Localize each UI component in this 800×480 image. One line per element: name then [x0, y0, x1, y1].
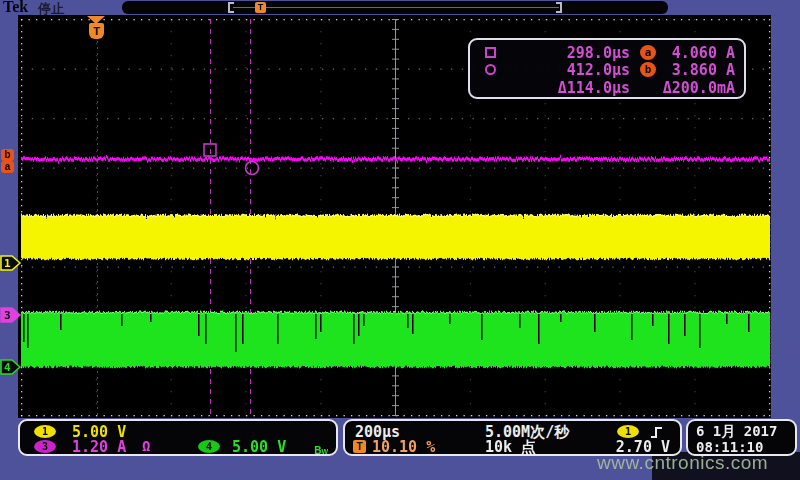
channel4-scale: 5.00 V: [232, 438, 286, 456]
channel-scales-panel: 1 5.00 V 3 1.20 A Ω 4 5.00 V BW: [18, 419, 338, 456]
watermark-text: www.cntronics.com: [597, 452, 768, 474]
trigger-position-icon: T: [353, 440, 366, 453]
svg-text:4: 4: [4, 361, 11, 374]
channel3-position-marker: 3: [0, 307, 22, 323]
cursor-a-square-icon: [485, 47, 496, 58]
cursor-b-value: 3.860 A: [631, 61, 735, 77]
trigger-position-percent: 10.10 %: [372, 438, 435, 456]
acquisition-status: 停止: [38, 0, 64, 18]
trigger-position-marker: T: [89, 23, 104, 39]
brand-logo: Tek: [3, 0, 28, 16]
channel1-badge: 1: [34, 425, 56, 438]
svg-text:3: 3: [4, 309, 11, 322]
cursor-delta-value: Δ200.0mA: [631, 79, 735, 95]
horizontal-trigger-panel: 200µs 5.00M次/秒 1 T 10.10 % 10k 点 2.70 V: [343, 419, 682, 456]
channel4-position-marker: 4: [0, 359, 22, 375]
record-length-readout: 10k 点: [485, 438, 536, 457]
cursor-a-level-marker: a: [1, 161, 14, 173]
channel1-position-marker: 1: [0, 255, 22, 271]
trigger-source-badge: 1: [617, 425, 639, 438]
record-window-right-bracket: [556, 2, 562, 13]
channel4-badge: 4: [198, 440, 220, 453]
cursor-a-time: 298.0µs: [504, 44, 630, 60]
cursor-b-level-marker: b: [1, 149, 14, 161]
channel3-coupling-ohm: Ω: [142, 438, 150, 454]
channel3-scale: 1.20 A: [72, 438, 126, 456]
record-window-left-bracket: [228, 2, 234, 13]
cursor-b-circle-icon: [485, 64, 496, 75]
top-status-bar: Tek 停止 T: [0, 0, 800, 15]
record-waveform-line: [233, 7, 559, 8]
rising-edge-icon: [650, 425, 664, 439]
bandwidth-limit-icon: BW: [314, 440, 328, 458]
svg-text:1: 1: [4, 257, 11, 270]
cursor-delta-time: Δ114.0µs: [504, 79, 630, 95]
cursor-b-time: 412.0µs: [504, 61, 630, 77]
cursor-a-value: 4.060 A: [631, 44, 735, 60]
cursor-readout-panel: 298.0µs 412.0µs Δ114.0µs a b 4.060 A 3.8…: [468, 38, 746, 99]
record-view-bar: T: [122, 1, 668, 14]
record-trigger-icon: T: [255, 2, 266, 13]
datetime-panel: 6 1月 2017 08:11:10: [686, 419, 797, 456]
channel3-badge: 3: [34, 440, 56, 453]
